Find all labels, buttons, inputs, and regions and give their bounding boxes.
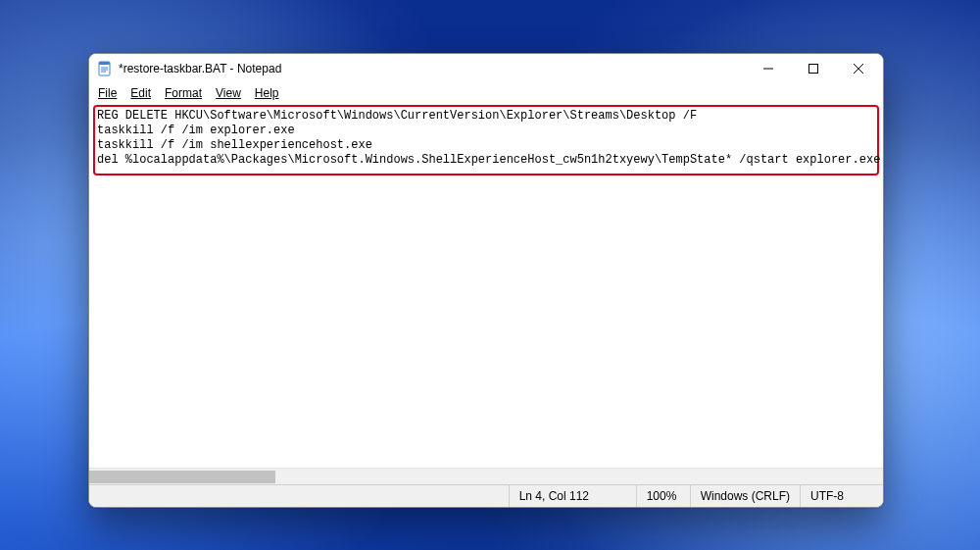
status-zoom: 100%	[636, 485, 690, 507]
code-line: REG DELETE HKCU\Software\Microsoft\Windo…	[97, 109, 873, 124]
minimize-button[interactable]	[746, 54, 791, 83]
editor-area: REG DELETE HKCU\Software\Microsoft\Windo…	[89, 103, 883, 484]
status-encoding: UTF-8	[800, 485, 883, 507]
menu-file[interactable]: File	[91, 85, 123, 101]
code-line: del %localappdata%\Packages\Microsoft.Wi…	[97, 153, 873, 168]
menu-help[interactable]: Help	[248, 85, 286, 101]
horizontal-scrollbar[interactable]	[89, 468, 883, 484]
menu-edit[interactable]: Edit	[123, 85, 158, 101]
notepad-icon	[97, 61, 113, 76]
status-cursor-position: Ln 4, Col 112	[509, 485, 636, 507]
window-title: *restore-taskbar.BAT - Notepad	[119, 62, 746, 75]
svg-rect-1	[99, 62, 110, 65]
menu-view[interactable]: View	[209, 85, 248, 101]
text-editor[interactable]: REG DELETE HKCU\Software\Microsoft\Windo…	[89, 103, 883, 484]
statusbar-spacer	[89, 485, 509, 507]
scrollbar-thumb[interactable]	[89, 471, 275, 483]
maximize-button[interactable]	[791, 54, 836, 83]
window-controls	[746, 54, 881, 83]
close-button[interactable]	[836, 54, 881, 83]
titlebar[interactable]: *restore-taskbar.BAT - Notepad	[89, 54, 883, 83]
notepad-window: *restore-taskbar.BAT - Notepad File Edit…	[88, 53, 884, 508]
menu-format[interactable]: Format	[158, 85, 209, 101]
menubar: File Edit Format View Help	[89, 83, 883, 103]
statusbar: Ln 4, Col 112 100% Windows (CRLF) UTF-8	[89, 484, 883, 507]
code-line: taskkill /f /im shellexperiencehost.exe	[97, 138, 873, 153]
status-line-ending: Windows (CRLF)	[690, 485, 800, 507]
highlight-annotation: REG DELETE HKCU\Software\Microsoft\Windo…	[93, 105, 879, 175]
svg-rect-6	[809, 65, 818, 74]
code-line: taskkill /f /im explorer.exe	[97, 124, 873, 138]
